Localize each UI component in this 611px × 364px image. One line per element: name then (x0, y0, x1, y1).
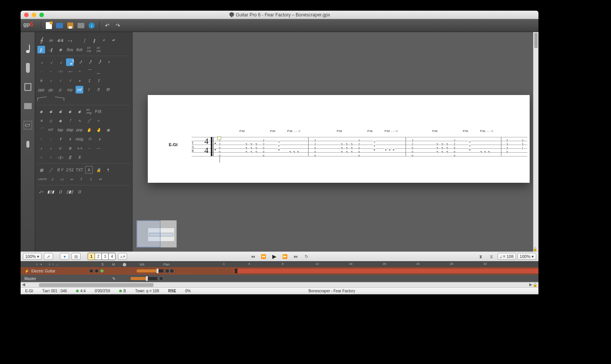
voice-2-button[interactable]: 2 (95, 253, 102, 260)
sixteenth-note-button[interactable]: 𝅘𝅥𝅯 (76, 58, 83, 66)
harmonic-natural-button[interactable]: ◇ (47, 117, 55, 124)
grace-on-button[interactable]: ♪ (47, 144, 55, 152)
mute-toggle[interactable] (95, 269, 99, 273)
quindicesima-button[interactable]: 15 ma (85, 46, 93, 53)
voice-4-button[interactable]: 4 (108, 253, 115, 260)
chord-diagram-button[interactable]: ▦ (37, 166, 45, 174)
volume-swell-button[interactable]: 🎚 (76, 153, 83, 161)
ottavb-button[interactable]: 8vb (76, 46, 83, 53)
tenuto-button[interactable]: ◆̄ (76, 108, 83, 115)
mp-button[interactable]: mp (66, 86, 74, 93)
stem-down-button[interactable]: ⇂ (87, 175, 94, 183)
barre-indicator-button[interactable]: B Y (57, 166, 64, 174)
keysig-button[interactable]: ♯♯ (47, 37, 55, 44)
pick-down-button[interactable]: ⊓ (86, 135, 94, 143)
info-button[interactable]: i (87, 21, 96, 30)
undo-button[interactable]: ↶ (103, 21, 112, 30)
p-button[interactable]: p (57, 86, 64, 93)
vibrato-button[interactable]: ≈ (95, 117, 102, 124)
go-start-button[interactable]: ⏮ (248, 253, 257, 260)
wah-open-button[interactable]: ~ (85, 144, 93, 152)
turn-button[interactable]: ∿∿ (76, 144, 83, 152)
horizontal-scrollbar[interactable]: ◀ ▶ 🔒 (21, 282, 538, 287)
simile2-button[interactable]: 𝄏 (109, 37, 117, 44)
new-file-button[interactable] (45, 21, 53, 30)
track-row-master[interactable]: Master ✎ (21, 275, 538, 282)
track-timeline[interactable] (234, 269, 538, 273)
wah-close-button[interactable]: ~~ (95, 144, 102, 152)
timesig-button[interactable]: 4/4 (57, 37, 64, 44)
rasgueado-button[interactable]: rasg. (76, 135, 84, 143)
auto-beam-button[interactable]: ♫AUTO (37, 175, 47, 183)
lock-button[interactable]: 🔒 (95, 166, 102, 174)
rse-toggle-button[interactable]: ⬤ (123, 263, 126, 266)
accent-normal-button[interactable]: ◆́ (47, 108, 55, 115)
scroll-left-button[interactable]: ◀ (22, 282, 25, 287)
ppp-button[interactable]: ppp (37, 86, 45, 93)
quindicesimb-button[interactable]: 15 mb (95, 46, 102, 53)
repeat-open-button[interactable]: ‖: (37, 46, 45, 53)
volume-knob[interactable] (165, 269, 170, 273)
rest-button[interactable]: 𝄽 (104, 58, 112, 66)
sixtyfourth-note-button[interactable]: 𝅘𝅥𝅱 (95, 58, 102, 66)
timer-button[interactable]: 2:51 (66, 166, 74, 174)
tempo-change-button[interactable]: ♩= (37, 188, 45, 195)
move-up-button[interactable]: ↑ (52, 263, 54, 266)
voice-3-button[interactable]: 3 (102, 253, 108, 260)
beam-button[interactable]: ♫ (48, 175, 56, 183)
zoom-window-button[interactable] (39, 13, 44, 17)
break-beam-button[interactable]: ♪♪ (58, 175, 66, 183)
zoom-right-select[interactable]: 100% ▾ (517, 253, 536, 260)
eighth-note-button[interactable]: 𝅘𝅥𝅮 (66, 58, 74, 66)
score-viewport[interactable]: E-Gt T A B 4 4 P.M. (133, 32, 538, 251)
barre-button[interactable]: ◉ (104, 126, 112, 134)
hammer-pull-button[interactable]: ⁀ (37, 126, 45, 134)
tremolo-picking-button[interactable]: ≣ (66, 144, 74, 152)
master-automation-button[interactable]: ✎ (112, 277, 119, 281)
open-file-button[interactable] (55, 21, 64, 30)
print-button[interactable] (77, 21, 85, 30)
sharp-button[interactable]: ♯ (66, 77, 74, 84)
panel-mastering-button[interactable] (23, 101, 33, 111)
scroll-thumb[interactable] (534, 33, 538, 48)
left-hand-button[interactable]: ✋ (85, 126, 93, 134)
vertical-scrollbar[interactable]: 🔒 (533, 32, 538, 251)
ghost-note-button[interactable]: ◆ (37, 108, 45, 115)
panel-instrument-button[interactable] (23, 63, 33, 73)
flat-button[interactable]: ♭ (47, 77, 55, 84)
section-button[interactable]: A (85, 166, 93, 174)
decrescendo-button[interactable] (55, 97, 64, 101)
hscroll-thumb[interactable] (39, 283, 154, 287)
scroll-right-button[interactable]: ▶ (529, 282, 532, 287)
forward-button[interactable]: ⏩ (280, 253, 289, 260)
fade-in-button[interactable]: ◁▷ (57, 153, 64, 161)
automation-track-button[interactable]: ⟨⟩ (76, 188, 83, 195)
f-button[interactable]: f (85, 86, 93, 93)
right-hand-button[interactable]: 🤚 (95, 126, 102, 134)
ottava-button[interactable]: 8va (66, 46, 74, 53)
loop-button[interactable]: ↻ (302, 253, 311, 260)
track-row-guitar[interactable]: ⚡ Electric Guitar · · · · · · · · (21, 267, 538, 275)
crescendo-button[interactable] (37, 97, 47, 101)
save-file-button[interactable] (66, 21, 74, 30)
fff-button[interactable]: fff (104, 86, 112, 93)
wah-button[interactable]: 🎛 (66, 153, 74, 161)
play-button[interactable]: ▶ (270, 253, 279, 260)
trill-button[interactable]: tr (57, 144, 64, 152)
ntuplet-button[interactable]: ⌐n¬ (66, 68, 74, 75)
mini-map[interactable] (136, 220, 177, 248)
display-mode-button[interactable]: ⊟ (71, 253, 81, 260)
mini-map-viewport[interactable] (137, 221, 160, 247)
redo-button[interactable]: ↷ (114, 21, 122, 30)
fit-page-button[interactable]: ⤢ (44, 253, 53, 260)
automation-vol-button[interactable]: ▮▯▮ (47, 188, 55, 195)
master-knob[interactable] (159, 276, 163, 281)
tremolo-bar-button[interactable]: ∿ (76, 117, 83, 124)
tie-button[interactable]: ⁀ (85, 68, 93, 75)
fermata-button[interactable]: 𝄐 (76, 68, 83, 75)
direction-button[interactable]: ¶ (104, 166, 112, 174)
accent-heavy-button[interactable]: ◆̂ (57, 108, 64, 115)
free-time-button[interactable]: ┊ (81, 37, 88, 44)
coda-button[interactable]: ⊕ (57, 46, 64, 53)
tap-button[interactable]: tap (57, 126, 64, 134)
